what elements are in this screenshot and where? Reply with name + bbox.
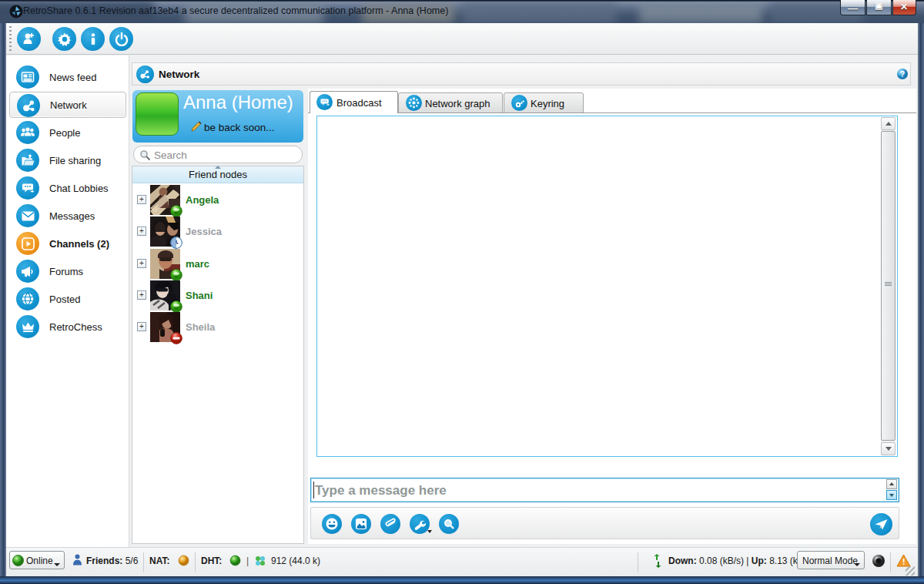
svg-text:?: ? (900, 70, 905, 79)
